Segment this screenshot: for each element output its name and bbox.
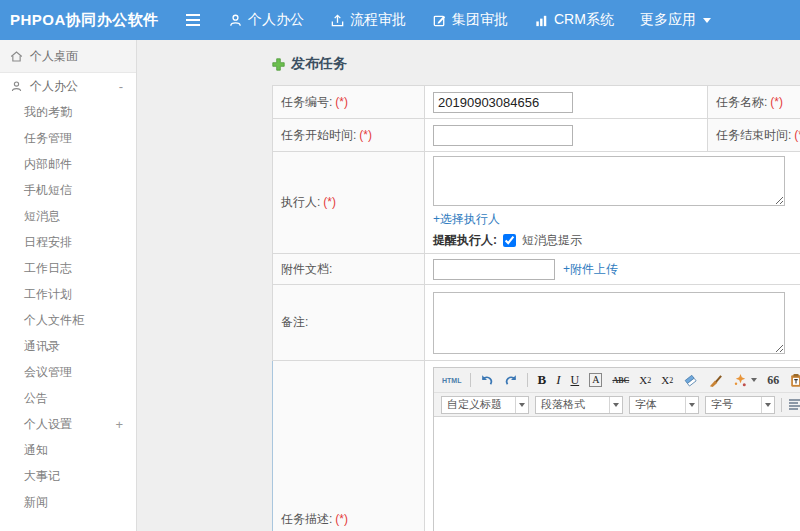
attachment-input[interactable] <box>433 259 555 280</box>
start-time-input[interactable] <box>433 125 573 146</box>
expand-icon[interactable]: + <box>115 417 123 432</box>
align-left-button[interactable] <box>788 395 800 415</box>
remark-label-cell: 备注: <box>273 285 425 361</box>
sidebar-item-contacts[interactable]: 通讯录 <box>0 333 136 359</box>
sidebar-item-notification[interactable]: 通知 <box>0 437 136 463</box>
paragraph-format-select[interactable]: 段落格式 <box>535 396 623 414</box>
sidebar-item-my-attendance[interactable]: 我的考勤 <box>0 99 136 125</box>
paste-text-button[interactable] <box>788 370 800 390</box>
font-family-select[interactable]: 字体 <box>629 396 699 414</box>
sidebar-item-work-log[interactable]: 工作日志 <box>0 255 136 281</box>
end-time-label-cell: 任务结束时间:(*) <box>708 119 800 152</box>
table-row: 任务开始时间:(*) 任务结束时间:(*) <box>273 119 800 152</box>
sidebar-item-personal-settings[interactable]: 个人设置 + <box>0 411 136 437</box>
publish-task-form: 任务编号:(*) 任务名称:(*) 任务开始时间:(*) <box>272 85 800 531</box>
custom-title-select[interactable]: 自定义标题 <box>441 396 529 414</box>
editor-content-area[interactable] <box>434 417 800 531</box>
caret-down-icon <box>515 397 528 413</box>
remark-textarea[interactable] <box>433 292 785 354</box>
subscript-button[interactable]: X2 <box>660 370 674 390</box>
rich-text-editor: HTML B I U <box>433 367 800 531</box>
caret-down-icon <box>685 397 698 413</box>
sidebar-item-label: 通讯录 <box>24 338 60 355</box>
required-mark: (*) <box>359 128 372 142</box>
sidebar-item-label: 日程安排 <box>24 234 72 251</box>
attachment-label-cell: 附件文档: <box>273 254 425 285</box>
sidebar-item-milestones[interactable]: 大事记 <box>0 463 136 489</box>
eraser-button[interactable] <box>682 370 699 390</box>
sidebar-item-personal-desktop[interactable]: 个人桌面 <box>0 40 136 73</box>
nav-more-apps[interactable]: 更多应用 <box>640 11 711 29</box>
format-brush-button[interactable] <box>707 370 724 390</box>
task-number-label-cell: 任务编号:(*) <box>273 86 425 119</box>
nav-personal-office[interactable]: 个人办公 <box>228 11 304 29</box>
nav-label: CRM系统 <box>554 11 614 29</box>
user-icon <box>10 80 24 93</box>
executor-textarea[interactable] <box>433 156 785 206</box>
field-label: 备注: <box>281 315 308 329</box>
sidebar-item-label: 内部邮件 <box>24 156 72 173</box>
required-mark: (*) <box>794 128 800 142</box>
table-row: 任务编号:(*) 任务名称:(*) <box>273 86 800 119</box>
sidebar-item-task-management[interactable]: 任务管理 <box>0 125 136 151</box>
sms-remind-checkbox[interactable] <box>503 234 516 247</box>
toolbar-separator <box>470 373 471 387</box>
italic-button[interactable]: I <box>555 370 561 390</box>
required-mark: (*) <box>335 512 348 526</box>
table-row: 附件文档: +附件上传 <box>273 254 800 285</box>
caret-down-icon <box>703 18 711 23</box>
strikethrough-button[interactable]: ABC <box>611 370 630 390</box>
superscript-button[interactable]: X2 <box>638 370 652 390</box>
collapse-icon[interactable]: - <box>119 79 123 94</box>
sidebar-item-label: 新闻 <box>24 494 48 511</box>
sidebar-item-label: 大事记 <box>24 468 60 485</box>
user-icon <box>228 13 243 28</box>
nav-crm-system[interactable]: CRM系统 <box>534 11 614 29</box>
sidebar-item-personal-office[interactable]: 个人办公 - <box>0 73 136 99</box>
main-content: 发布任务 任务编号:(*) 任务名称:(*) 任务开 <box>138 40 800 531</box>
sidebar-item-label: 个人设置 <box>24 416 72 433</box>
undo-button[interactable] <box>479 370 495 390</box>
bold-button[interactable]: B <box>536 370 547 390</box>
nav-label: 个人办公 <box>248 11 304 29</box>
required-mark: (*) <box>335 95 348 109</box>
sidebar-item-label: 个人文件柜 <box>24 312 84 329</box>
bar-chart-icon <box>534 13 549 28</box>
sidebar-item-label: 工作计划 <box>24 286 72 303</box>
html-source-button[interactable]: HTML <box>441 370 462 390</box>
field-label: 任务结束时间: <box>716 128 791 142</box>
sidebar-item-work-plan[interactable]: 工作计划 <box>0 281 136 307</box>
task-number-input[interactable] <box>433 92 573 113</box>
toolbar-separator <box>781 398 782 412</box>
sidebar-item-schedule[interactable]: 日程安排 <box>0 229 136 255</box>
redo-button[interactable] <box>503 370 519 390</box>
sidebar-item-personal-files[interactable]: 个人文件柜 <box>0 307 136 333</box>
choose-executor-link[interactable]: +选择执行人 <box>433 211 500 228</box>
sidebar-item-short-message[interactable]: 短消息 <box>0 203 136 229</box>
table-row: 备注: <box>273 285 800 361</box>
attachment-upload-link[interactable]: +附件上传 <box>563 261 618 278</box>
sidebar-item-mobile-sms[interactable]: 手机短信 <box>0 177 136 203</box>
text-style-button[interactable]: A <box>588 370 603 390</box>
menu-toggle-icon[interactable] <box>186 14 200 26</box>
sidebar-item-announcement[interactable]: 公告 <box>0 385 136 411</box>
sidebar-item-label: 短消息 <box>24 208 60 225</box>
field-label: 执行人: <box>281 195 320 209</box>
field-label: 任务描述: <box>281 512 332 526</box>
start-time-label-cell: 任务开始时间:(*) <box>273 119 425 152</box>
sidebar-item-news[interactable]: 新闻 <box>0 489 136 515</box>
remind-executor-label: 提醒执行人: <box>433 232 497 249</box>
sidebar-item-label: 会议管理 <box>24 364 72 381</box>
nav-process-approval[interactable]: 流程审批 <box>330 11 406 29</box>
sidebar-item-meeting-management[interactable]: 会议管理 <box>0 359 136 385</box>
sidebar-item-internal-mail[interactable]: 内部邮件 <box>0 151 136 177</box>
font-size-select[interactable]: 字号 <box>705 396 775 414</box>
top-header: PHPOA协同办公软件 个人办公 流程审批 集团审批 CRM系统 更多应用 <box>0 0 800 40</box>
nav-group-approval[interactable]: 集团审批 <box>432 11 508 29</box>
caret-down-icon <box>751 378 757 382</box>
underline-button[interactable]: U <box>569 370 580 390</box>
blockquote-button[interactable]: 66 <box>766 370 780 390</box>
auto-typeset-button[interactable] <box>732 370 758 390</box>
sidebar-item-label: 个人桌面 <box>30 48 78 65</box>
edit-approval-icon <box>432 13 447 28</box>
